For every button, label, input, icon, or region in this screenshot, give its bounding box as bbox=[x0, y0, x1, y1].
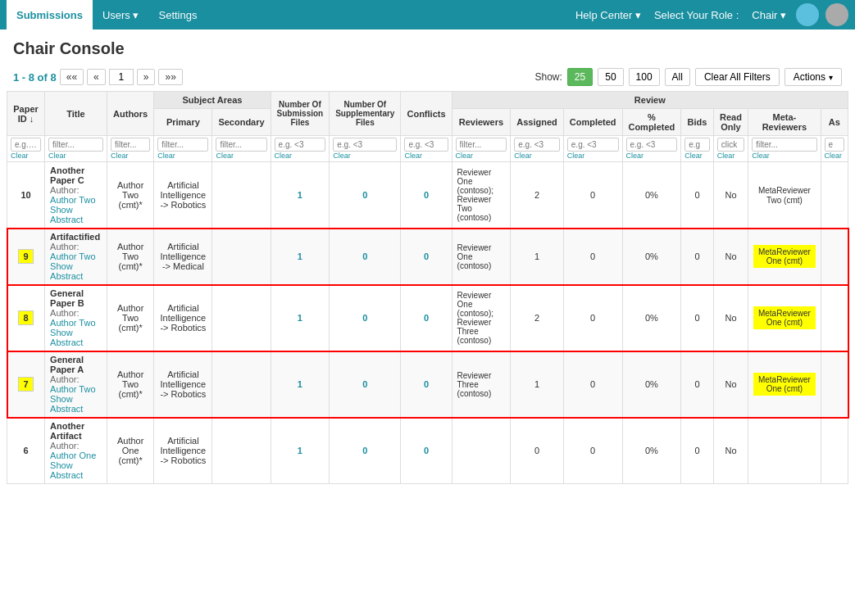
cell-authors: Author Two(cmt)* bbox=[107, 162, 153, 229]
cell-completed: 0 bbox=[563, 418, 622, 484]
cell-paper-id[interactable]: 8 bbox=[7, 285, 45, 351]
select-role-label: Select Your Role : bbox=[651, 9, 742, 21]
actions-caret-icon: ▾ bbox=[829, 73, 833, 82]
cell-completed: 0 bbox=[563, 162, 622, 229]
col-read-only: Read Only bbox=[713, 109, 748, 136]
filter-as-clear[interactable]: Clear bbox=[825, 152, 844, 160]
filter-paper-id[interactable] bbox=[11, 138, 41, 152]
cell-bids: 0 bbox=[681, 229, 714, 285]
show-50-button[interactable]: 50 bbox=[598, 68, 623, 86]
filter-meta-reviewers[interactable] bbox=[752, 138, 816, 152]
filter-read-only[interactable] bbox=[717, 138, 745, 152]
cell-reviewers: Reviewer Three (contoso) bbox=[452, 351, 511, 418]
filter-primary[interactable] bbox=[157, 138, 208, 152]
chair-role-dropdown[interactable]: Chair ▾ bbox=[745, 9, 793, 21]
show-abstract-link[interactable]: Show Abstract bbox=[50, 328, 83, 347]
filter-conflicts-clear[interactable]: Clear bbox=[404, 152, 448, 160]
author-name[interactable]: Author One bbox=[50, 451, 96, 460]
filter-conflicts[interactable] bbox=[404, 138, 448, 152]
cell-meta-reviewers[interactable]: MetaReviewer One (cmt) bbox=[748, 229, 821, 285]
show-abstract-link[interactable]: Show Abstract bbox=[50, 261, 83, 281]
author-name[interactable]: Author Two bbox=[50, 195, 95, 205]
filter-completed-clear[interactable]: Clear bbox=[567, 152, 619, 160]
avatar-secondary[interactable] bbox=[825, 3, 848, 26]
filter-reviewers-clear[interactable]: Clear bbox=[456, 152, 507, 160]
author-name[interactable]: Author Two bbox=[50, 251, 95, 261]
cell-paper-id[interactable]: 9 bbox=[7, 229, 45, 285]
cell-assigned: 1 bbox=[511, 229, 564, 285]
actions-dropdown-button[interactable]: Actions ▾ bbox=[785, 68, 842, 86]
cell-meta-reviewers[interactable] bbox=[748, 418, 821, 484]
nav-submissions[interactable]: Submissions bbox=[7, 0, 93, 29]
filter-completed[interactable] bbox=[567, 138, 619, 152]
cell-paper-id[interactable]: 10 bbox=[7, 162, 45, 229]
paper-title-link[interactable]: General Paper A bbox=[50, 355, 84, 374]
page-number-input[interactable] bbox=[109, 69, 134, 85]
meta-reviewer-value: MetaReviewer Two (cmt) bbox=[758, 186, 811, 205]
author-name[interactable]: Author Two bbox=[50, 384, 95, 394]
filter-supp-files-clear[interactable]: Clear bbox=[333, 152, 397, 160]
cell-meta-reviewers[interactable]: MetaReviewer One (cmt) bbox=[748, 285, 821, 351]
filter-assigned-clear[interactable]: Clear bbox=[514, 152, 560, 160]
paper-title-link[interactable]: Another Artifact bbox=[50, 421, 84, 441]
paper-id-value: 10 bbox=[20, 190, 30, 200]
filter-pct-clear[interactable]: Clear bbox=[626, 152, 678, 160]
show-25-button[interactable]: 25 bbox=[567, 68, 593, 86]
page-next-button[interactable]: » bbox=[137, 69, 156, 85]
show-label: Show: bbox=[535, 71, 562, 83]
clear-all-filters-button[interactable]: Clear All Filters bbox=[695, 68, 780, 86]
show-abstract-link[interactable]: Show Abstract bbox=[50, 205, 83, 224]
filter-sub-files[interactable] bbox=[275, 138, 326, 152]
cell-assigned: 0 bbox=[511, 418, 564, 484]
filter-read-only-clear[interactable]: Clear bbox=[717, 152, 745, 160]
show-100-button[interactable]: 100 bbox=[629, 68, 660, 86]
cell-bids: 0 bbox=[681, 418, 714, 484]
filter-secondary[interactable] bbox=[216, 138, 266, 152]
cell-meta-reviewers[interactable]: MetaReviewer One (cmt) bbox=[748, 351, 821, 418]
cell-paper-id[interactable]: 7 bbox=[7, 351, 45, 418]
page-first-button[interactable]: «« bbox=[60, 69, 84, 85]
show-abstract-link[interactable]: Show Abstract bbox=[50, 394, 83, 414]
paper-title-link[interactable]: Artifactified bbox=[50, 232, 100, 242]
cell-paper-id[interactable]: 6 bbox=[7, 418, 45, 484]
nav-settings[interactable]: Settings bbox=[148, 0, 207, 29]
filter-primary-clear[interactable]: Clear bbox=[157, 152, 208, 160]
avatar[interactable] bbox=[796, 3, 819, 26]
filter-title[interactable] bbox=[48, 138, 103, 152]
filter-title-clear[interactable]: Clear bbox=[48, 152, 103, 160]
show-all-button[interactable]: All bbox=[665, 68, 690, 86]
author-full: Author Two(cmt)* bbox=[117, 242, 143, 271]
paper-title-link[interactable]: General Paper B bbox=[50, 288, 84, 308]
filter-sub-files-clear[interactable]: Clear bbox=[275, 152, 326, 160]
page-prev-button[interactable]: « bbox=[87, 69, 106, 85]
filter-supp-files[interactable] bbox=[333, 138, 397, 152]
filter-as[interactable] bbox=[825, 138, 844, 152]
cell-supp-files: 0 bbox=[330, 351, 401, 418]
meta-reviewer-badge: MetaReviewer One (cmt) bbox=[753, 306, 815, 329]
cell-conflicts: 0 bbox=[401, 162, 452, 229]
show-abstract-link[interactable]: Show Abstract bbox=[50, 460, 83, 480]
nav-users[interactable]: Users ▾ bbox=[93, 0, 149, 29]
cell-meta-reviewers[interactable]: MetaReviewer Two (cmt) bbox=[748, 162, 821, 229]
page-title: Chair Console bbox=[13, 39, 842, 58]
filter-paper-id-clear[interactable]: Clear bbox=[11, 152, 41, 160]
paper-id-badge: 8 bbox=[18, 310, 33, 325]
author-name[interactable]: Author Two bbox=[50, 318, 95, 328]
help-center-dropdown[interactable]: Help Center ▾ bbox=[569, 9, 648, 21]
page-last-button[interactable]: »» bbox=[158, 69, 182, 85]
filter-assigned[interactable] bbox=[514, 138, 560, 152]
filter-authors[interactable] bbox=[111, 138, 150, 152]
filter-pct-completed[interactable] bbox=[626, 138, 678, 152]
paper-id-badge: 7 bbox=[18, 377, 33, 392]
filter-secondary-clear[interactable]: Clear bbox=[216, 152, 266, 160]
filter-meta-clear[interactable]: Clear bbox=[752, 152, 816, 160]
author-label: Author: bbox=[50, 441, 79, 451]
filter-authors-clear[interactable]: Clear bbox=[111, 152, 150, 160]
filter-bids-clear[interactable]: Clear bbox=[684, 152, 710, 160]
filter-bids[interactable] bbox=[684, 138, 710, 152]
cell-as bbox=[821, 418, 848, 484]
filter-reviewers[interactable] bbox=[456, 138, 507, 152]
cell-conflicts: 0 bbox=[401, 285, 452, 351]
cell-sub-files: 1 bbox=[271, 418, 330, 484]
paper-title-link[interactable]: Another Paper C bbox=[50, 165, 84, 185]
